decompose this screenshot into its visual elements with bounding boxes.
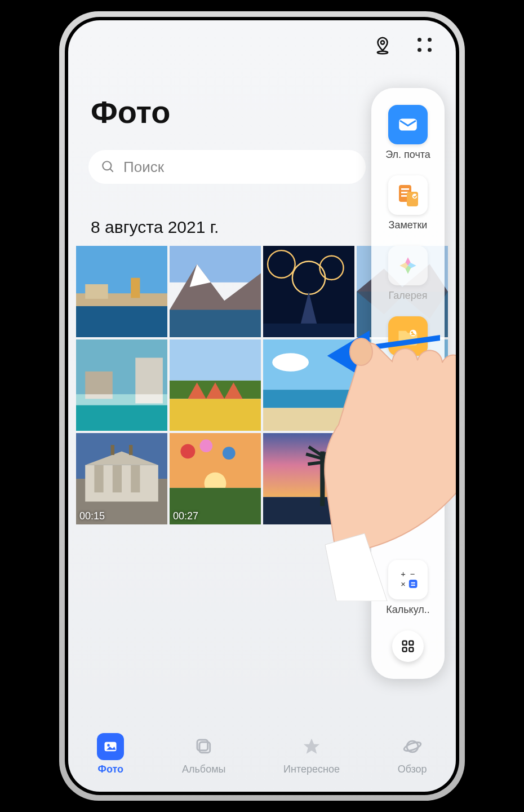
dock-item-mail[interactable]: Эл. почта	[385, 105, 430, 161]
photo-thumb[interactable]	[76, 339, 167, 431]
svg-rect-89	[409, 647, 413, 651]
svg-marker-63	[304, 738, 319, 753]
mail-icon	[388, 105, 428, 144]
nav-label: Обзор	[398, 764, 427, 775]
svg-point-2	[103, 161, 111, 170]
dock-more-apps[interactable]	[392, 630, 424, 662]
nav-highlights[interactable]: Интересное	[283, 733, 340, 775]
albums-icon	[190, 733, 217, 760]
svg-rect-88	[403, 647, 407, 651]
svg-rect-48	[111, 445, 114, 455]
svg-rect-57	[263, 497, 354, 524]
notes-icon	[388, 175, 428, 215]
svg-rect-49	[129, 445, 132, 455]
svg-rect-11	[170, 310, 261, 337]
search-input[interactable]: Поиск	[88, 150, 366, 184]
svg-rect-45	[113, 465, 122, 493]
svg-point-59	[107, 744, 110, 747]
files-icon	[388, 316, 428, 356]
dock-item-notes[interactable]: Заметки	[388, 175, 428, 231]
svg-rect-70	[401, 195, 407, 197]
search-placeholder: Поиск	[123, 158, 164, 176]
nav-label: Интересное	[283, 764, 340, 775]
svg-point-77	[410, 330, 416, 337]
svg-rect-46	[131, 465, 140, 493]
dock-item-files[interactable]	[388, 316, 428, 356]
side-dock: Эл. почта Заметки Галерея	[371, 88, 445, 679]
svg-rect-68	[401, 188, 409, 190]
svg-point-65	[403, 740, 421, 752]
svg-rect-71	[407, 192, 418, 206]
dock-label: Галерея	[388, 290, 427, 302]
svg-rect-44	[94, 465, 103, 493]
grid-icon	[400, 638, 416, 654]
svg-rect-84	[411, 582, 415, 584]
svg-point-0	[381, 41, 384, 44]
photo-thumb[interactable]	[170, 339, 261, 431]
svg-rect-34	[263, 390, 354, 408]
svg-rect-35	[263, 408, 354, 431]
nav-label: Альбомы	[182, 764, 226, 775]
nav-discover[interactable]: Обзор	[398, 733, 427, 775]
nav-label: Фото	[98, 764, 123, 775]
video-duration: 00:27	[173, 510, 198, 522]
svg-rect-6	[131, 278, 140, 298]
svg-rect-26	[76, 394, 167, 405]
svg-text:−: −	[410, 570, 415, 579]
dock-item-calculator[interactable]: +−× Калькул..	[386, 560, 430, 616]
page-title: Фото	[91, 94, 171, 130]
photo-thumb[interactable]	[263, 246, 354, 337]
svg-rect-85	[411, 585, 415, 586]
bottom-nav: Фото Альбомы Интересное	[68, 724, 456, 792]
search-icon	[101, 160, 116, 174]
photo-thumb[interactable]	[263, 339, 354, 431]
dock-label: Заметки	[389, 219, 428, 231]
svg-point-36	[272, 353, 309, 371]
svg-rect-27	[170, 339, 261, 381]
section-date: 8 августа 2021 г.	[91, 218, 219, 237]
video-duration: 00:15	[79, 510, 105, 522]
photos-icon	[97, 733, 124, 760]
more-menu-icon[interactable]	[414, 34, 437, 57]
svg-point-55	[223, 447, 236, 460]
gallery-icon	[388, 246, 428, 285]
nav-photos[interactable]: Фото	[97, 733, 124, 775]
photo-thumb[interactable]: 00:15	[76, 433, 167, 524]
svg-text:×: ×	[401, 580, 406, 589]
photo-thumb[interactable]	[76, 246, 167, 337]
photo-thumb[interactable]: 00:27	[170, 433, 261, 524]
svg-point-78	[411, 332, 414, 334]
svg-point-54	[199, 439, 212, 452]
svg-point-1	[378, 51, 388, 54]
svg-rect-8	[170, 246, 261, 283]
svg-point-53	[180, 444, 195, 458]
dock-label: Эл. почта	[385, 149, 430, 161]
svg-rect-29	[170, 399, 261, 431]
planet-icon	[399, 733, 426, 760]
screen: Фото Поиск 8 августа 2021 г.	[68, 20, 456, 792]
star-icon	[298, 733, 325, 760]
location-icon[interactable]	[371, 34, 394, 57]
svg-rect-86	[403, 641, 407, 645]
calculator-icon: +−×	[388, 560, 428, 599]
dock-item-gallery[interactable]: Галерея	[388, 246, 428, 302]
svg-rect-87	[409, 641, 413, 645]
top-bar	[68, 20, 456, 71]
phone-bezel: Фото Поиск 8 августа 2021 г.	[65, 17, 459, 795]
svg-text:+: +	[401, 570, 406, 579]
svg-rect-83	[409, 580, 418, 588]
svg-rect-17	[263, 324, 354, 337]
dock-label: Калькул..	[386, 604, 430, 616]
svg-rect-66	[399, 119, 417, 131]
photo-thumb[interactable]	[170, 246, 261, 337]
svg-rect-7	[85, 284, 108, 299]
phone-frame: Фото Поиск 8 августа 2021 г.	[59, 11, 465, 801]
photo-thumb[interactable]	[263, 433, 354, 524]
nav-albums[interactable]: Альбомы	[182, 733, 226, 775]
